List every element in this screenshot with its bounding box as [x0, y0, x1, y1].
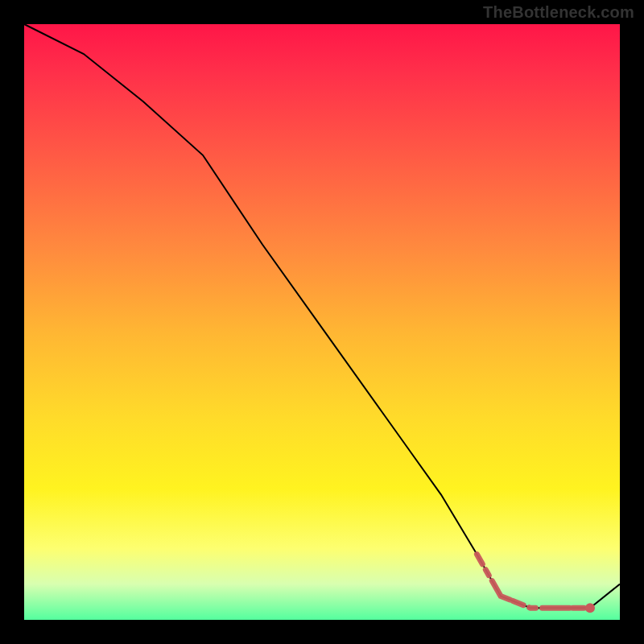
chart-frame: TheBottleneck.com — [0, 0, 644, 644]
chart-svg — [24, 24, 620, 620]
plot-area — [24, 24, 620, 620]
end-marker-dot — [585, 603, 595, 613]
watermark-text: TheBottleneck.com — [483, 3, 634, 22]
bottleneck-curve — [24, 24, 620, 608]
optimal-range-highlight — [477, 555, 590, 609]
